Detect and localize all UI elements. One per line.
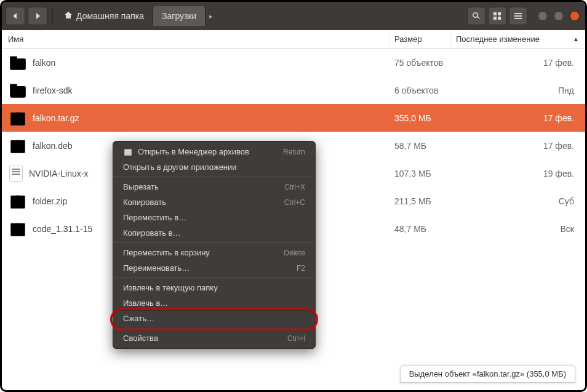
archive-icon — [9, 110, 26, 127]
file-modified: 17 фев. — [543, 58, 574, 68]
file-size: 58,7 МБ — [394, 141, 426, 151]
sort-indicator-icon: ▲ — [573, 36, 579, 42]
file-row[interactable]: falkon75 объектов17 фев. — [2, 49, 585, 76]
ctx-compress[interactable]: Сжать… — [113, 311, 315, 326]
toolbar: Домашняя папка Загрузки ▸ — [2, 2, 585, 30]
archive-icon — [9, 193, 26, 210]
ctx-copy[interactable]: Копировать Ctrl+C — [113, 194, 315, 210]
ctx-copy-to-label: Копировать в… — [123, 228, 305, 238]
file-size: 48,7 МБ — [394, 224, 426, 234]
ctx-properties-label: Свойства — [123, 334, 282, 343]
file-name: falkon — [33, 58, 55, 68]
column-modified[interactable]: Последнее изменение ▲ — [451, 30, 585, 48]
window-minimize-button[interactable] — [538, 11, 548, 21]
archive-manager-icon — [123, 147, 133, 157]
ctx-compress-label: Сжать… — [123, 314, 305, 323]
ctx-cut[interactable]: Вырезать Ctrl+X — [113, 179, 315, 194]
ctx-trash-accel: Delete — [284, 249, 305, 257]
file-modified: Суб — [559, 196, 574, 206]
file-size: 107,3 МБ — [394, 169, 431, 178]
ctx-move-trash[interactable]: Переместить в корзину Delete — [113, 245, 315, 260]
folder-icon — [9, 54, 26, 71]
file-row[interactable]: firefox-sdk6 объектовПнд — [2, 76, 585, 104]
context-menu: Открыть в Менеджер архивов Return Открыт… — [113, 141, 316, 349]
window-close-button[interactable] — [570, 11, 580, 21]
view-grid-button[interactable] — [488, 7, 506, 25]
ctx-open-archive-accel: Return — [283, 148, 305, 156]
status-bar: Выделен объект «falkon.tar.gz» (355,0 МБ… — [400, 365, 575, 383]
file-name: firefox-sdk — [33, 86, 73, 95]
ctx-open-other-label: Открыть в другом приложении — [123, 162, 305, 172]
status-text: Выделен объект «falkon.tar.gz» (355,0 МБ… — [409, 369, 566, 378]
file-size: 75 объектов — [394, 58, 443, 68]
ctx-properties[interactable]: Свойства Ctrl+I — [113, 330, 315, 346]
ctx-copy-accel: Ctrl+C — [284, 198, 305, 207]
ctx-rename-accel: F2 — [297, 264, 305, 273]
ctx-extract-here[interactable]: Извлечь в текущую папку — [113, 280, 315, 295]
ctx-open-other-app[interactable]: Открыть в другом приложении — [113, 159, 315, 175]
path-home-label: Домашняя папка — [76, 11, 144, 21]
folder-icon — [9, 82, 26, 99]
file-name: falkon.tar.gz — [33, 113, 79, 123]
ctx-copy-to[interactable]: Копировать в… — [113, 225, 315, 241]
ctx-move-to-label: Переместить в… — [123, 213, 305, 222]
ctx-open-archive-manager[interactable]: Открыть в Менеджер архивов Return — [113, 144, 315, 159]
home-icon — [64, 11, 73, 22]
ctx-cut-label: Вырезать — [123, 182, 279, 191]
column-size[interactable]: Размер — [389, 30, 451, 48]
path-current-label: Загрузки — [162, 11, 196, 21]
archive-icon — [9, 220, 26, 238]
ctx-extract-to[interactable]: Извлечь в… — [113, 295, 315, 311]
search-button[interactable] — [467, 7, 485, 25]
ctx-copy-label: Копировать — [123, 198, 279, 207]
file-modified: 19 фев. — [543, 169, 574, 178]
hamburger-menu-button[interactable] — [509, 7, 527, 25]
column-size-label: Размер — [394, 34, 422, 44]
column-name[interactable]: Имя — [2, 30, 389, 48]
file-size: 6 объектов — [394, 86, 438, 95]
file-name: folder.zip — [33, 196, 67, 206]
back-button[interactable] — [6, 7, 25, 25]
file-name: falkon.deb — [33, 141, 73, 151]
file-size: 355,0 МБ — [394, 113, 431, 123]
file-name: NVIDIA-Linux-x — [29, 169, 88, 178]
path-home[interactable]: Домашняя папка — [58, 6, 153, 26]
column-headers: Имя Размер Последнее изменение ▲ — [2, 30, 585, 49]
path-current[interactable]: Загрузки — [153, 6, 206, 26]
archive-icon — [9, 137, 26, 154]
ctx-cut-accel: Ctrl+X — [284, 183, 305, 191]
path-bar: Домашняя папка Загрузки ▸ — [58, 6, 217, 26]
file-modified: 17 фев. — [543, 141, 574, 151]
ctx-extract-to-label: Извлечь в… — [123, 298, 305, 308]
document-icon — [9, 166, 23, 182]
file-name: code_1.31.1-15 — [33, 224, 92, 234]
file-modified: 17 фев. — [543, 113, 574, 123]
path-overflow-icon[interactable]: ▸ — [206, 12, 217, 20]
ctx-open-archive-label: Открыть в Менеджер архивов — [138, 147, 278, 156]
column-modified-label: Последнее изменение — [456, 34, 540, 44]
window-maximize-button[interactable] — [554, 11, 564, 21]
ctx-rename[interactable]: Переименовать… F2 — [113, 260, 315, 276]
ctx-rename-label: Переименовать… — [123, 263, 292, 273]
file-modified: Пнд — [558, 86, 574, 95]
ctx-trash-label: Переместить в корзину — [123, 248, 279, 257]
forward-button[interactable] — [28, 7, 47, 25]
ctx-properties-accel: Ctrl+I — [287, 334, 305, 343]
ctx-move-to[interactable]: Переместить в… — [113, 210, 315, 225]
file-modified: Вск — [561, 224, 574, 234]
file-row[interactable]: falkon.tar.gz355,0 МБ17 фев. — [2, 104, 585, 132]
file-size: 211,5 МБ — [394, 196, 431, 206]
ctx-extract-here-label: Извлечь в текущую папку — [123, 283, 305, 292]
column-name-label: Имя — [8, 34, 23, 44]
